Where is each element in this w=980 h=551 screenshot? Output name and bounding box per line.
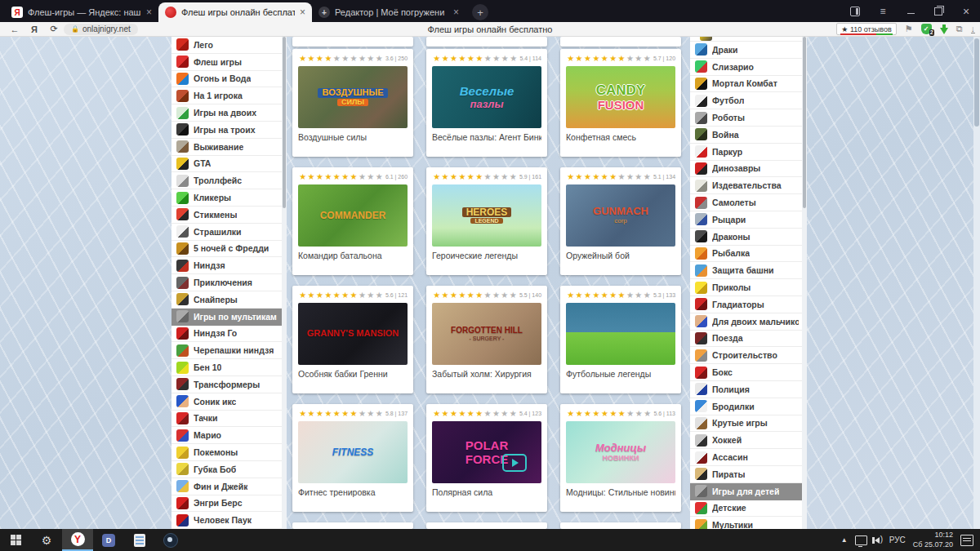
left-sidebar-scrollbar[interactable] xyxy=(282,37,287,529)
star-icon[interactable]: ★ xyxy=(332,173,341,181)
right-category-item[interactable]: Война xyxy=(690,127,802,144)
left-category-item[interactable]: Человек Паук xyxy=(172,512,282,529)
star-icon[interactable]: ★ xyxy=(349,410,357,418)
star-icon[interactable]: ★ xyxy=(366,55,374,63)
left-category-item[interactable]: Черепашки ниндзя xyxy=(172,342,282,359)
star-icon[interactable]: ★ xyxy=(634,173,642,181)
download-icon[interactable]: ↓ xyxy=(971,24,976,33)
taskbar-discord[interactable]: D xyxy=(93,529,124,551)
star-icon[interactable]: ★ xyxy=(375,410,383,418)
start-button[interactable] xyxy=(0,529,31,551)
game-thumbnail[interactable]: POLARFORCE xyxy=(432,421,541,483)
star-icon[interactable]: ★ xyxy=(566,55,574,63)
back-button[interactable]: ← xyxy=(5,24,24,34)
star-icon[interactable]: ★ xyxy=(643,173,651,181)
right-category-item[interactable]: Защита башни xyxy=(690,262,802,279)
star-icon[interactable]: ★ xyxy=(617,410,626,418)
left-category-item[interactable]: Стикмены xyxy=(172,207,282,224)
star-icon[interactable]: ★ xyxy=(440,55,448,63)
side-panel-icon[interactable] xyxy=(841,0,869,22)
star-icon[interactable]: ★ xyxy=(634,291,642,300)
left-category-item[interactable]: Энгри Берс xyxy=(172,495,282,513)
language-indicator[interactable]: РУС xyxy=(889,535,906,544)
star-icon[interactable]: ★ xyxy=(358,410,366,418)
right-category-item[interactable]: Ассасин xyxy=(690,449,802,466)
game-card[interactable]: ★★★★★★★★★★3.6 | 250ВОЗДУШНЫЕСИЛЫВоздушны… xyxy=(292,49,413,157)
star-icon[interactable]: ★ xyxy=(501,55,509,63)
star-icon[interactable]: ★ xyxy=(466,173,474,181)
refresh-button[interactable]: ⟳ xyxy=(44,24,64,34)
star-icon[interactable]: ★ xyxy=(449,55,457,63)
star-icon[interactable]: ★ xyxy=(432,291,440,300)
star-icon[interactable]: ★ xyxy=(574,173,582,181)
left-category-item[interactable]: 5 ночей с Фредди xyxy=(172,241,282,258)
left-category-item[interactable]: Огонь и Вода xyxy=(172,71,282,88)
right-category-item[interactable]: Игры для детей xyxy=(690,483,802,500)
star-rating[interactable]: ★★★★★★★★★★5.6 | 113 xyxy=(566,408,675,419)
right-category-item[interactable]: Мультики xyxy=(690,517,802,529)
star-icon[interactable]: ★ xyxy=(509,55,517,63)
page-scrollbar[interactable] xyxy=(973,37,980,529)
browser-tab[interactable]: ЯФлеш-игры — Яндекс: наш× xyxy=(5,2,158,22)
star-icon[interactable]: ★ xyxy=(349,291,357,300)
star-icon[interactable]: ★ xyxy=(366,410,374,418)
left-category-item[interactable]: Бен 10 xyxy=(172,359,282,376)
game-thumbnail[interactable] xyxy=(566,303,675,365)
star-icon[interactable]: ★ xyxy=(457,291,466,300)
star-icon[interactable]: ★ xyxy=(500,291,508,300)
right-category-item[interactable]: Хоккей xyxy=(690,432,802,449)
right-sidebar-scrollbar[interactable] xyxy=(802,37,807,529)
game-thumbnail[interactable]: CANDYFUSION xyxy=(566,66,675,128)
game-title[interactable]: Командир батальона xyxy=(298,251,408,260)
star-icon[interactable]: ★ xyxy=(323,291,332,300)
star-icon[interactable]: ★ xyxy=(332,410,341,418)
star-icon[interactable]: ★ xyxy=(341,55,349,63)
star-icon[interactable]: ★ xyxy=(349,173,357,181)
right-category-item[interactable]: Полиция xyxy=(690,381,802,398)
star-icon[interactable]: ★ xyxy=(323,173,332,181)
star-icon[interactable]: ★ xyxy=(323,55,332,63)
left-category-item[interactable]: Приключения xyxy=(172,274,282,291)
bookmark-icon[interactable]: ⚑ xyxy=(905,24,913,34)
left-category-item[interactable]: Выживание xyxy=(172,139,282,156)
game-title[interactable]: Оружейный бой xyxy=(566,251,675,260)
star-icon[interactable]: ★ xyxy=(643,55,651,63)
right-category-item[interactable]: Издевательства xyxy=(690,177,802,194)
star-icon[interactable]: ★ xyxy=(626,291,634,300)
tab-close-icon[interactable]: × xyxy=(146,7,152,18)
star-icon[interactable]: ★ xyxy=(617,173,625,181)
close-button[interactable]: × xyxy=(952,0,980,22)
star-icon[interactable]: ★ xyxy=(583,410,591,418)
right-category-item[interactable]: Строительство xyxy=(690,347,802,364)
game-thumbnail[interactable]: FORGOTTEN HILL- SURGERY - xyxy=(432,303,541,365)
game-title[interactable]: Забытый холм: Хирургия xyxy=(432,369,541,379)
star-icon[interactable]: ★ xyxy=(583,173,591,181)
left-category-item[interactable]: Троллфейс xyxy=(172,172,282,189)
game-title[interactable]: Фитнес тренировка xyxy=(298,487,408,497)
star-icon[interactable]: ★ xyxy=(440,173,448,181)
star-icon[interactable]: ★ xyxy=(492,173,500,181)
star-icon[interactable]: ★ xyxy=(626,173,634,181)
star-icon[interactable]: ★ xyxy=(457,173,466,181)
left-category-item[interactable]: Снайперы xyxy=(172,291,282,309)
star-rating[interactable]: ★★★★★★★★★★5.9 | 161 xyxy=(432,171,541,182)
star-icon[interactable]: ★ xyxy=(315,410,323,418)
game-title[interactable]: Полярная сила xyxy=(432,487,541,497)
star-icon[interactable]: ★ xyxy=(608,55,617,63)
game-title[interactable]: Футбольные легенды xyxy=(566,369,675,379)
star-icon[interactable]: ★ xyxy=(591,55,599,63)
left-category-item[interactable]: GTA xyxy=(172,156,282,173)
star-icon[interactable]: ★ xyxy=(626,55,634,63)
left-category-item[interactable]: Кликеры xyxy=(172,189,282,207)
star-icon[interactable]: ★ xyxy=(358,291,366,300)
left-category-item[interactable]: Ниндзя Го xyxy=(172,326,282,343)
star-icon[interactable]: ★ xyxy=(492,410,500,418)
star-icon[interactable]: ★ xyxy=(432,410,440,418)
right-category-item[interactable]: Для двоих мальчиков xyxy=(690,313,802,331)
right-category-item[interactable]: Приколы xyxy=(690,279,802,296)
game-card[interactable]: ★★★★★★★★★★5.9 | 161HEROESLEGENDГероическ… xyxy=(426,167,547,275)
star-icon[interactable]: ★ xyxy=(591,410,599,418)
right-category-item[interactable]: Крутые игры xyxy=(690,415,802,433)
left-category-item[interactable]: Трансформеры xyxy=(172,376,282,393)
game-card[interactable]: ★★★★★★★★★★5.3 | 133Футбольные легенды xyxy=(560,286,681,393)
